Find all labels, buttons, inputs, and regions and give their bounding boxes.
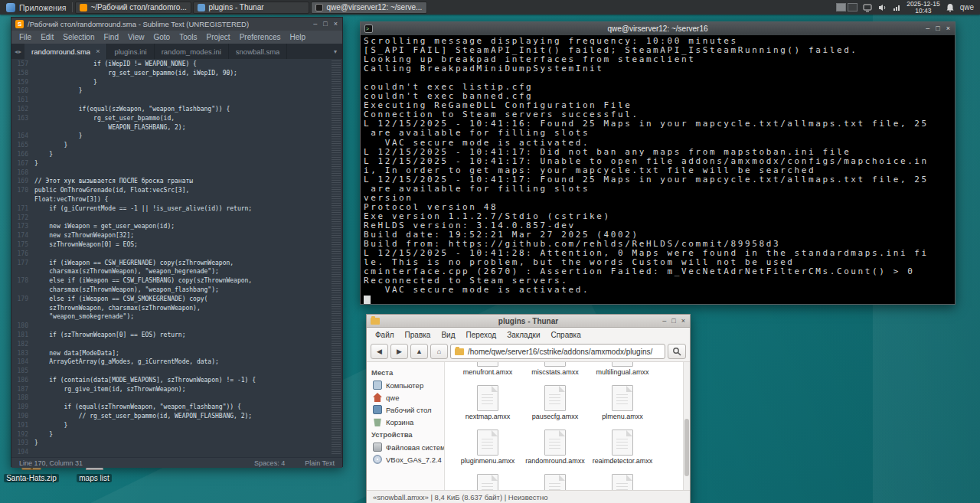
menu-item[interactable]: Переход bbox=[460, 331, 501, 339]
file-item[interactable]: menufront.amxx bbox=[454, 362, 521, 381]
menu-item[interactable]: Help bbox=[286, 33, 311, 41]
code-line: 169// Этот хук вызывается ПОСЛЕ броска г… bbox=[11, 177, 330, 186]
forward-button[interactable]: ▶ bbox=[390, 344, 408, 359]
home-button[interactable]: ⌂ bbox=[430, 344, 448, 359]
search-button[interactable] bbox=[668, 344, 686, 359]
clock-time: 10:43 bbox=[906, 8, 939, 15]
thunar-titlebar[interactable]: plugins - Thunar – □ × bbox=[367, 315, 690, 328]
close-icon[interactable]: × bbox=[334, 21, 338, 28]
syntax-mode[interactable]: Plain Text bbox=[305, 459, 335, 467]
sidebar-item[interactable]: Корзина bbox=[367, 416, 444, 428]
menu-item[interactable]: Закладки bbox=[501, 331, 545, 339]
clock[interactable]: 2025-12-15 10:43 bbox=[906, 1, 939, 15]
code-text: charsmax(szThrownWeapon), "weapon_flashb… bbox=[34, 286, 219, 295]
menu-item[interactable]: Find bbox=[100, 33, 123, 41]
tab-scroll-right-icon[interactable]: ▸ bbox=[18, 48, 21, 55]
code-text: public OnThrowGrenade(id, Float:vecSrc[3… bbox=[34, 186, 189, 195]
taskbar-button[interactable]: plugins - Thunar bbox=[193, 2, 309, 14]
code-line: 182 bbox=[11, 340, 330, 349]
tab-scroll-left-icon[interactable]: ◂ bbox=[15, 48, 18, 55]
menu-item[interactable]: Справка bbox=[545, 331, 586, 339]
menu-item[interactable]: View bbox=[123, 33, 149, 41]
file-item[interactable]: pluginmenu.amxx bbox=[454, 425, 521, 469]
code-text: if (szThrownWeapon[0] == EOS) return; bbox=[34, 331, 185, 340]
applications-label: Приложения bbox=[19, 3, 66, 12]
sidebar-item[interactable]: Файловая система bbox=[367, 441, 444, 453]
applications-menu[interactable]: Приложения bbox=[0, 0, 72, 15]
tab-overflow-icon[interactable]: ▾ bbox=[328, 48, 342, 55]
menu-item[interactable]: Preferences bbox=[235, 33, 286, 41]
code-line: 175 szThrownWeapon[0] = EOS; bbox=[11, 240, 330, 250]
workspace-2[interactable] bbox=[848, 3, 858, 11]
volume-icon[interactable] bbox=[877, 3, 887, 12]
menu-item[interactable]: Правка bbox=[400, 331, 436, 339]
file-item[interactable]: pausecfg.amxx bbox=[521, 381, 589, 425]
tab-scroll-icons[interactable]: ◂ ▸ bbox=[11, 44, 24, 59]
code-text: } bbox=[34, 78, 97, 87]
sidebar-item-label: Корзина bbox=[386, 418, 413, 426]
close-icon[interactable]: × bbox=[681, 318, 685, 325]
user-label[interactable]: qwe bbox=[960, 3, 974, 11]
sublime-titlebar[interactable]: /Рабочий стол/randomround.sma - Sublime … bbox=[11, 18, 342, 31]
sidebar-item[interactable]: Компьютер bbox=[367, 379, 444, 391]
sidebar-item-label: VBox_GAs_7.2.4 bbox=[386, 456, 442, 464]
editor-tab[interactable]: plugins.ini bbox=[107, 44, 154, 59]
scrollbar-thumb[interactable] bbox=[684, 419, 689, 475]
maximize-icon[interactable]: □ bbox=[671, 318, 675, 325]
close-icon[interactable]: × bbox=[946, 25, 950, 32]
file-item[interactable]: randomround.amxx bbox=[521, 425, 589, 469]
file-icon bbox=[477, 362, 498, 367]
code-editor[interactable]: 157 if (iWepID != WEAPON_NONE) { 158 rg_… bbox=[11, 59, 342, 457]
taskbar-button[interactable]: qwe@virserver12: ~/serve... bbox=[311, 2, 427, 14]
menu-item[interactable]: Edit bbox=[36, 33, 58, 41]
sidebar-item[interactable]: Рабочий стол bbox=[367, 403, 444, 416]
minimize-icon[interactable]: – bbox=[926, 25, 929, 32]
code-line: 178 else if (iWeapon == CSW_FLASHBANG) c… bbox=[11, 276, 330, 286]
back-button[interactable]: ◀ bbox=[371, 344, 388, 359]
notification-bell-icon[interactable] bbox=[946, 3, 955, 12]
workspace-switcher[interactable] bbox=[836, 3, 858, 11]
menu-item[interactable]: Вид bbox=[436, 331, 460, 339]
display-icon[interactable] bbox=[863, 3, 872, 12]
menu-item[interactable]: File bbox=[15, 33, 36, 41]
code-line: charsmax(szThrownWeapon), "weapon_hegren… bbox=[11, 267, 330, 276]
menu-item[interactable]: Goto bbox=[149, 33, 175, 41]
code-line: 184 ArrayGetArray(g_aModes, g_iCurrentMo… bbox=[11, 358, 330, 367]
file-item[interactable]: miscstats.amxx bbox=[521, 362, 589, 381]
editor-tab[interactable]: randomround.sma bbox=[24, 44, 107, 59]
indent-setting[interactable]: Spaces: 4 bbox=[254, 459, 285, 467]
line-number: 191 bbox=[11, 421, 34, 430]
file-icon bbox=[612, 430, 633, 456]
menu-item[interactable]: Файл bbox=[370, 331, 400, 339]
sidebar-item[interactable]: qwe bbox=[367, 391, 444, 403]
minimap[interactable] bbox=[332, 60, 341, 456]
maximize-icon[interactable]: □ bbox=[323, 21, 327, 28]
menu-item[interactable]: Selection bbox=[58, 33, 99, 41]
menu-item[interactable]: Tools bbox=[175, 33, 201, 41]
file-item[interactable]: nextmap.amxx bbox=[454, 381, 521, 425]
menu-item[interactable]: Project bbox=[202, 33, 235, 41]
desktop-icon-label: Santa-Hats.zip bbox=[4, 474, 59, 482]
terminal-output[interactable]: Scrolling message displaying frequency: … bbox=[361, 35, 955, 304]
maximize-icon[interactable]: □ bbox=[936, 25, 939, 32]
up-button[interactable]: ▲ bbox=[410, 344, 428, 359]
editor-tab[interactable]: random_modes.ini bbox=[155, 44, 229, 59]
line-number: 176 bbox=[11, 250, 34, 259]
file-item[interactable]: plmenu.amxx bbox=[589, 381, 656, 425]
workspace-1[interactable] bbox=[836, 3, 846, 11]
file-list[interactable]: menufront.amxx miscstats.amxx multilingu… bbox=[445, 362, 690, 503]
taskbar-button[interactable]: ~/Рабочий стол/randomro... bbox=[75, 2, 191, 14]
minimize-icon[interactable]: – bbox=[662, 318, 666, 325]
path-bar[interactable]: /home/qwe/server16/cstrike/addons/amxmod… bbox=[450, 344, 665, 359]
terminal-titlebar[interactable]: qwe@virserver12: ~/server16 – □ × bbox=[361, 22, 955, 35]
network-icon[interactable] bbox=[892, 3, 901, 12]
file-item[interactable]: multilingual.amxx bbox=[589, 362, 656, 381]
editor-tab[interactable]: snowball.sma bbox=[229, 44, 288, 59]
scrollbar[interactable] bbox=[683, 362, 690, 503]
line-number: 162 bbox=[11, 105, 34, 114]
minimize-icon[interactable]: – bbox=[313, 21, 317, 28]
sidebar-item[interactable]: VBox_GAs_7.2.4 bbox=[367, 453, 444, 465]
file-item[interactable]: reaimdetector.amxx bbox=[589, 425, 656, 469]
code-line: 176 bbox=[11, 250, 330, 259]
line-number: 167 bbox=[11, 159, 34, 168]
